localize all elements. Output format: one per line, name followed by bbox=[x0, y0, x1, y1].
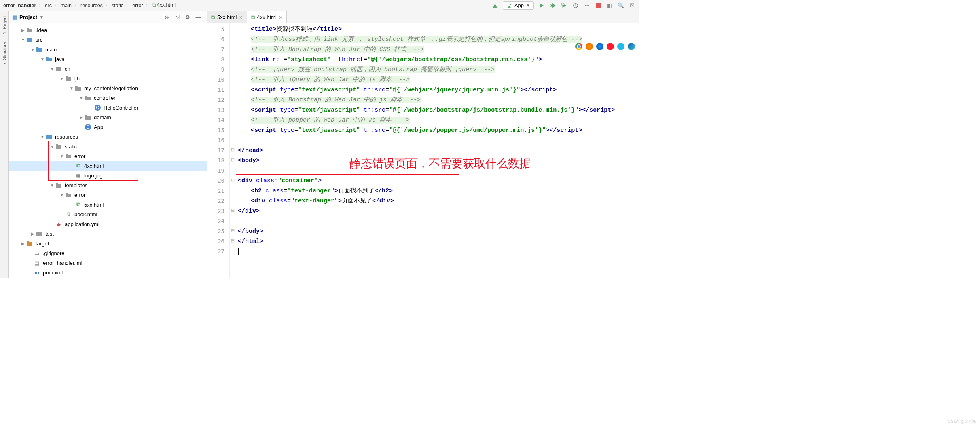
tree-row[interactable]: ▶⧉5xx.html bbox=[9, 200, 207, 209]
tree-row[interactable]: ▶.idea bbox=[9, 25, 207, 35]
tree-row[interactable]: ▼main bbox=[9, 44, 207, 54]
expand-arrow-icon[interactable]: ▼ bbox=[20, 38, 26, 42]
expand-arrow-icon[interactable]: ▼ bbox=[49, 144, 55, 149]
project-tree[interactable]: ▶.idea▼src▼main▼java▼cn▼ljh▼my_contentNe… bbox=[9, 23, 207, 278]
fold-marker[interactable]: ⊟ bbox=[230, 145, 236, 155]
tree-row[interactable]: ▼templates bbox=[9, 180, 207, 190]
rail-structure[interactable]: 7: Structure bbox=[2, 42, 7, 65]
tree-row[interactable]: ▶▭.gitignore bbox=[9, 248, 207, 258]
tree-row[interactable]: ▼java bbox=[9, 54, 207, 64]
expand-arrow-icon[interactable]: ▼ bbox=[30, 47, 36, 52]
expand-arrow-icon[interactable]: ▼ bbox=[59, 76, 65, 81]
expand-arrow-icon[interactable]: ▶ bbox=[20, 28, 26, 32]
code-line[interactable]: </html> bbox=[236, 236, 639, 247]
tree-row[interactable]: ▼error bbox=[9, 151, 207, 161]
fold-marker[interactable] bbox=[230, 215, 236, 226]
fold-marker[interactable]: ⊟ bbox=[230, 155, 236, 165]
debug-icon[interactable] bbox=[549, 2, 557, 9]
tree-row[interactable]: ▼cn bbox=[9, 64, 207, 74]
fold-marker[interactable] bbox=[230, 84, 236, 94]
breadcrumb-item[interactable]: ⧉4xx.html bbox=[152, 2, 176, 8]
expand-arrow-icon[interactable]: ▼ bbox=[49, 67, 55, 71]
tree-row[interactable]: ▼my_contentNegotiation bbox=[9, 83, 207, 93]
expand-arrow-icon[interactable]: ▼ bbox=[59, 154, 65, 158]
breadcrumb-item[interactable]: resources bbox=[80, 3, 103, 8]
expand-arrow-icon[interactable]: ▼ bbox=[40, 135, 45, 139]
fold-marker[interactable] bbox=[230, 74, 236, 84]
safari-icon[interactable] bbox=[596, 43, 603, 50]
tree-row[interactable]: ▶⧉book.html bbox=[9, 209, 207, 219]
stop-icon[interactable] bbox=[595, 2, 602, 9]
expand-arrow-icon[interactable]: ▶ bbox=[78, 115, 84, 120]
fold-marker[interactable] bbox=[230, 23, 236, 34]
tree-row[interactable]: ▶CHelloController bbox=[9, 103, 207, 112]
editor-tab[interactable]: ⧉4xx.html× bbox=[247, 11, 287, 23]
expand-arrow-icon[interactable]: ▼ bbox=[59, 193, 65, 197]
breadcrumb-item[interactable]: src bbox=[45, 3, 52, 8]
tree-row[interactable]: ▶▤error_handler.iml bbox=[9, 258, 207, 268]
fold-marker[interactable] bbox=[230, 104, 236, 114]
breadcrumb-item[interactable]: static bbox=[112, 3, 123, 8]
tree-row[interactable]: ▼ljh bbox=[9, 74, 207, 83]
code-editor[interactable]: 5678910111213141516171819202122232425262… bbox=[207, 23, 639, 278]
tree-row[interactable]: ▶mpom.xml bbox=[9, 268, 207, 277]
code-line[interactable]: <h2 class="text-danger">页面找不到了</h2> bbox=[236, 186, 639, 196]
minimize-icon[interactable]: — bbox=[195, 14, 202, 21]
code-line[interactable]: <script type="text/javascript" th:src="@… bbox=[236, 105, 639, 115]
code-line[interactable]: <div class="text-danger">页面不见了</div> bbox=[236, 196, 639, 206]
breadcrumb-item[interactable]: error_handler bbox=[3, 3, 36, 8]
fold-marker[interactable] bbox=[230, 114, 236, 124]
expand-arrow-icon[interactable]: ▶ bbox=[20, 241, 26, 246]
fold-column[interactable]: ⊟⊟⊟⊟⊟⊟ bbox=[230, 23, 236, 278]
expand-arrow-icon[interactable]: ▼ bbox=[49, 183, 55, 188]
code-line[interactable]: <!-- 引入 popper 的 Web Jar 中的 Js 脚本 --> bbox=[236, 115, 639, 125]
code-line[interactable]: <title>资源找不到啦</title> bbox=[236, 24, 639, 34]
coverage-icon[interactable] bbox=[561, 2, 568, 9]
fold-marker[interactable]: ⊟ bbox=[230, 175, 236, 185]
tree-row[interactable]: ▼resources bbox=[9, 132, 207, 141]
chrome-icon[interactable] bbox=[575, 43, 582, 50]
tree-row[interactable]: ▼src bbox=[9, 35, 207, 44]
tree-row[interactable]: ▼controller bbox=[9, 93, 207, 103]
expand-all-icon[interactable]: ⇲ bbox=[174, 14, 181, 21]
code-line[interactable]: </div> bbox=[236, 206, 639, 216]
code-line[interactable]: </head> bbox=[236, 146, 639, 156]
profile-icon[interactable] bbox=[572, 2, 579, 9]
code-line[interactable]: </body> bbox=[236, 226, 639, 236]
code-line[interactable]: <div class="container"> bbox=[236, 176, 639, 186]
opera-icon[interactable] bbox=[607, 43, 614, 50]
edge-icon[interactable] bbox=[628, 43, 635, 50]
expand-arrow-icon[interactable]: ▶ bbox=[30, 232, 36, 236]
fold-marker[interactable] bbox=[230, 195, 236, 205]
vcs-icon[interactable]: ◧ bbox=[606, 2, 613, 9]
fold-marker[interactable]: ⊟ bbox=[230, 236, 236, 246]
search-icon[interactable]: 🔍 bbox=[617, 2, 624, 9]
tree-row[interactable]: ▶⧉4xx.html bbox=[9, 161, 207, 171]
fold-marker[interactable] bbox=[230, 165, 236, 175]
code-line[interactable] bbox=[236, 247, 639, 257]
expand-arrow-icon[interactable]: ▼ bbox=[69, 86, 74, 91]
tree-row[interactable]: ▼error bbox=[9, 190, 207, 200]
tree-row[interactable]: ▶CApp bbox=[9, 122, 207, 132]
code-line[interactable]: <link rel="stylesheet" th:href="@{'/webj… bbox=[236, 55, 639, 65]
fold-marker[interactable]: ⊟ bbox=[230, 205, 236, 215]
close-icon[interactable]: × bbox=[239, 14, 242, 21]
select-opened-icon[interactable]: ⊕ bbox=[163, 14, 170, 21]
breadcrumb-item[interactable]: error bbox=[132, 3, 143, 8]
code-line[interactable]: <!-- 引入 jQuery 的 Web Jar 中的 js 脚本 --> bbox=[236, 75, 639, 85]
fold-marker[interactable] bbox=[230, 34, 236, 44]
code-line[interactable]: <!-- 引入 Bootstrap 的 Web Jar 中的 js 脚本 --> bbox=[236, 95, 639, 105]
run-icon[interactable] bbox=[538, 2, 545, 9]
ie-icon[interactable] bbox=[617, 43, 624, 50]
tree-row[interactable]: ▶domain bbox=[9, 112, 207, 122]
editor-tab[interactable]: ⧉5xx.html× bbox=[207, 11, 247, 23]
close-icon[interactable]: × bbox=[279, 14, 282, 21]
fold-marker[interactable] bbox=[230, 124, 236, 135]
tree-row[interactable]: ▼static bbox=[9, 141, 207, 151]
chevron-down-icon[interactable]: ▼ bbox=[40, 15, 44, 19]
fold-marker[interactable]: ⊟ bbox=[230, 226, 236, 236]
tree-row[interactable]: ▶test bbox=[9, 229, 207, 238]
code-line[interactable] bbox=[236, 216, 639, 226]
code-line[interactable]: <!-- jquery 放在 bootstrap 前面，因为 bootstrap… bbox=[236, 65, 639, 75]
translate-icon[interactable]: ☒ bbox=[629, 2, 636, 9]
